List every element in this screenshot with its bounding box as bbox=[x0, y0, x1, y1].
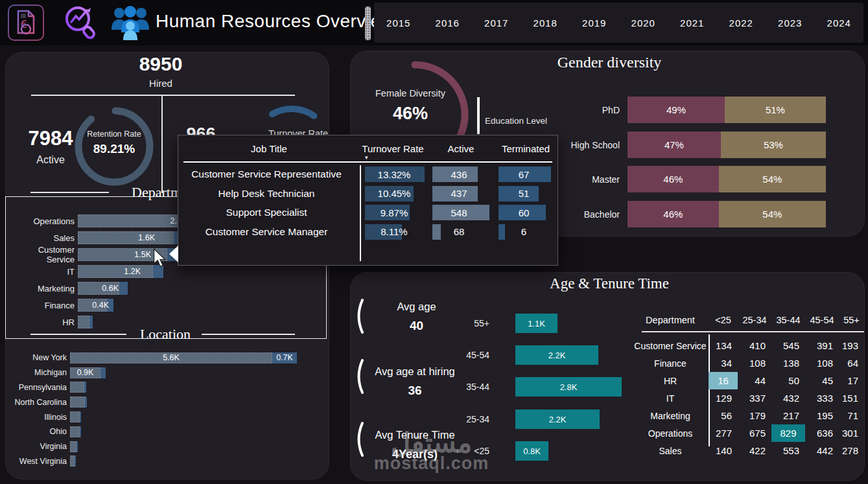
year-button-2021[interactable]: 2021 bbox=[674, 12, 710, 34]
tooltip-term-value: 51 bbox=[497, 186, 551, 202]
age-bar-label: 45-54 bbox=[447, 350, 489, 360]
bar-segment-active[interactable]: 1.2K bbox=[78, 265, 153, 278]
bar-segment-terminated[interactable] bbox=[75, 455, 76, 467]
tooltip-header-terminated[interactable]: Terminated bbox=[497, 143, 554, 154]
location-bar[interactable] bbox=[70, 397, 87, 408]
location-bar[interactable] bbox=[70, 455, 76, 467]
tooltip-header-rate[interactable]: Turnover Rate bbox=[362, 143, 424, 154]
table-header-cell[interactable]: 25-34 bbox=[738, 311, 771, 328]
gender-male-segment[interactable]: 54% bbox=[719, 201, 826, 227]
bar-segment-active[interactable]: 0.4K bbox=[78, 299, 107, 312]
retention-value: 89.21% bbox=[73, 142, 155, 156]
year-button-2023[interactable]: 2023 bbox=[771, 12, 808, 34]
location-bar-row: Virginia bbox=[5, 439, 325, 454]
bar-segment-terminated[interactable] bbox=[80, 426, 81, 437]
location-bar[interactable]: 5.6K0.7K bbox=[70, 352, 297, 363]
year-button-2024[interactable]: 2024 bbox=[821, 12, 858, 34]
location-bar[interactable] bbox=[70, 382, 86, 393]
location-bar[interactable] bbox=[70, 441, 78, 452]
table-cell: 138 bbox=[771, 354, 805, 372]
table-header-cell[interactable]: Department bbox=[632, 311, 709, 328]
gender-male-segment[interactable]: 51% bbox=[725, 97, 826, 123]
bar-segment-terminated[interactable] bbox=[119, 282, 128, 295]
bar-segment-active[interactable] bbox=[70, 397, 85, 408]
people-group-icon[interactable] bbox=[109, 4, 152, 43]
report-search-icon[interactable]: € bbox=[6, 3, 45, 42]
age-bar-label: 25-34 bbox=[447, 414, 489, 424]
age-bar[interactable]: 1.1K bbox=[515, 314, 557, 333]
year-button-2019[interactable]: 2019 bbox=[576, 12, 613, 34]
bar-segment-active[interactable] bbox=[70, 441, 76, 452]
gender-female-segment[interactable]: 46% bbox=[628, 166, 719, 192]
tooltip-header-active[interactable]: Active bbox=[432, 143, 489, 154]
gender-male-segment[interactable]: 54% bbox=[719, 166, 826, 192]
department-bar-row: Finance0.4K bbox=[8, 297, 319, 314]
bar-segment-terminated[interactable] bbox=[89, 316, 93, 328]
magnifier-trend-icon[interactable] bbox=[58, 3, 105, 43]
location-bar[interactable] bbox=[70, 411, 81, 422]
bar-segment-terminated[interactable] bbox=[85, 397, 87, 408]
table-cell: 16 bbox=[709, 372, 738, 389]
table-row[interactable]: HR1644504517 bbox=[632, 372, 864, 389]
age-bar-row: 25-342.2K bbox=[447, 409, 600, 429]
location-bar[interactable] bbox=[70, 426, 81, 437]
tooltip-header-job[interactable]: Job Title bbox=[178, 143, 360, 154]
table-row[interactable]: IT129337432333151 bbox=[632, 389, 864, 407]
bar-segment-active[interactable] bbox=[70, 382, 84, 393]
department-bar[interactable]: 0.6K bbox=[78, 282, 128, 295]
table-header-cell[interactable]: 35-44 bbox=[771, 311, 805, 328]
year-button-2018[interactable]: 2018 bbox=[527, 12, 564, 34]
table-row[interactable]: Customer Service134410545391193 bbox=[632, 337, 864, 354]
year-button-2017[interactable]: 2017 bbox=[478, 12, 515, 34]
table-row[interactable]: Finance3410813810864 bbox=[632, 354, 864, 372]
age-bar[interactable]: 2.8K bbox=[515, 377, 622, 397]
year-button-2022[interactable]: 2022 bbox=[723, 12, 760, 34]
bar-segment-terminated[interactable] bbox=[84, 382, 86, 393]
gender-bar-label: Bachelor bbox=[551, 209, 620, 220]
bar-segment-active[interactable] bbox=[70, 426, 80, 437]
gender-female-segment[interactable]: 49% bbox=[628, 97, 725, 123]
gender-male-segment[interactable]: 53% bbox=[721, 132, 826, 158]
bar-segment-active[interactable]: 0.9K bbox=[70, 367, 100, 378]
gender-female-segment[interactable]: 47% bbox=[628, 132, 721, 158]
location-title: Location bbox=[107, 326, 224, 343]
bar-segment-active[interactable] bbox=[70, 455, 75, 467]
gender-bar-row: Master46%54% bbox=[551, 166, 826, 192]
location-bar-label: Virginia bbox=[5, 442, 67, 451]
slicer-scrollbar[interactable] bbox=[365, 6, 371, 40]
avg-tenure-value: 4Year(s) bbox=[369, 448, 460, 461]
bar-segment-active[interactable]: 0.6K bbox=[78, 282, 119, 295]
gender-bar-row: PhD49%51% bbox=[551, 97, 826, 123]
bar-segment-terminated[interactable] bbox=[80, 411, 81, 422]
table-row[interactable]: Marketing5617921719571 bbox=[632, 407, 864, 424]
bar-segment-terminated[interactable]: 0.7K bbox=[272, 352, 297, 363]
year-button-2020[interactable]: 2020 bbox=[625, 12, 662, 34]
bar-segment-active[interactable]: 5.6K bbox=[70, 352, 272, 363]
table-row[interactable]: Operations277675829636301 bbox=[632, 424, 864, 442]
table-row-label: Customer Service bbox=[632, 337, 709, 354]
department-bar[interactable]: 0.4K bbox=[78, 299, 113, 312]
bar-segment-terminated[interactable] bbox=[100, 367, 106, 378]
year-button-2016[interactable]: 2016 bbox=[429, 12, 466, 34]
bar-segment-active[interactable] bbox=[70, 411, 80, 422]
tooltip-active-value: 437 bbox=[430, 186, 487, 202]
tooltip-rate-value: 13.32% bbox=[363, 167, 425, 182]
bar-segment-active[interactable] bbox=[78, 316, 89, 328]
age-bar[interactable]: 2.2K bbox=[515, 345, 598, 365]
bar-segment-terminated[interactable] bbox=[76, 441, 78, 452]
table-row-label: Sales bbox=[632, 442, 709, 459]
department-bar[interactable]: 1.2K bbox=[78, 265, 163, 278]
table-header-cell[interactable]: <25 bbox=[709, 311, 738, 328]
department-bar[interactable] bbox=[78, 316, 93, 328]
table-row[interactable]: Sales140422553442278 bbox=[632, 442, 864, 459]
age-bar[interactable]: 2.2K bbox=[515, 409, 600, 429]
year-button-2015[interactable]: 2015 bbox=[380, 12, 417, 34]
department-bar[interactable]: 1.6K bbox=[78, 231, 185, 244]
age-bar[interactable]: 0.8K bbox=[515, 441, 548, 461]
tooltip-term-value: 6 bbox=[497, 224, 551, 240]
table-header-cell[interactable]: 45-54 bbox=[805, 311, 839, 328]
bar-segment-active[interactable]: 1.6K bbox=[78, 231, 174, 244]
table-header-cell[interactable]: 55+ bbox=[839, 311, 864, 328]
gender-female-segment[interactable]: 46% bbox=[628, 201, 719, 227]
location-bar[interactable]: 0.9K bbox=[70, 367, 106, 378]
